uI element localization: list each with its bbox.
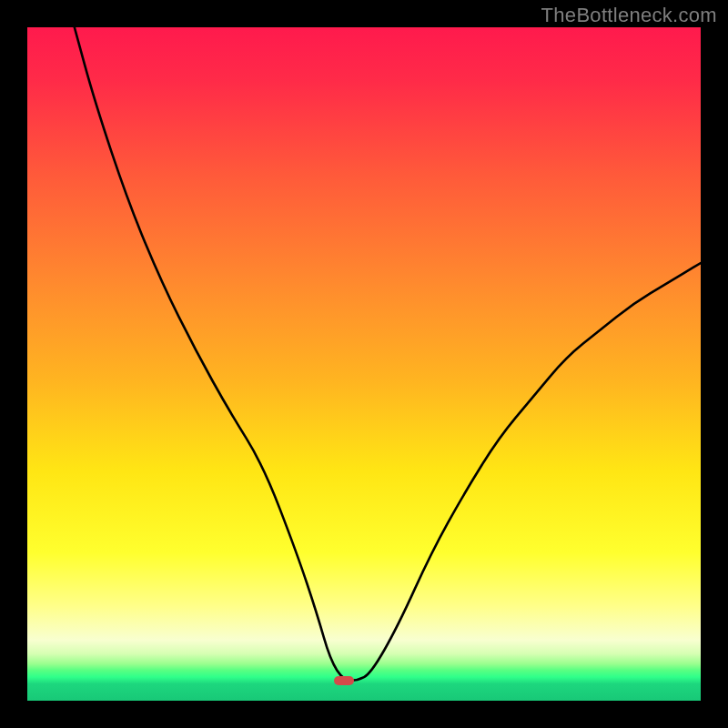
optimum-marker <box>334 676 354 685</box>
plot-area <box>27 27 701 701</box>
chart-frame: TheBottleneck.com <box>0 0 728 728</box>
curve-svg <box>27 27 701 701</box>
bottleneck-curve-path <box>75 27 701 681</box>
watermark-text: TheBottleneck.com <box>541 4 717 27</box>
